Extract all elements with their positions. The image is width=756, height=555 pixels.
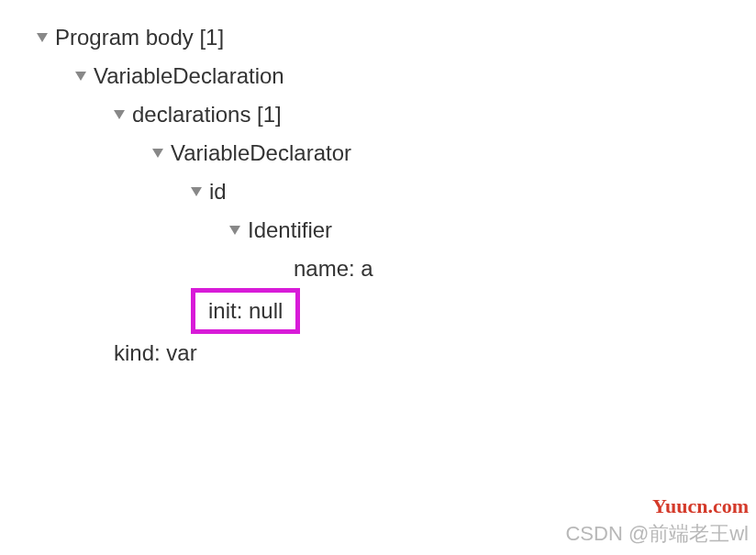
- node-label: Identifier: [248, 217, 332, 243]
- node-label: id: [209, 179, 227, 205]
- tree-children: VariableDeclaration declarations [1] Var…: [75, 57, 719, 372]
- tree-node-init[interactable]: init: null: [191, 288, 719, 334]
- tree-node-name[interactable]: name: a: [294, 250, 719, 288]
- node-label: VariableDeclaration: [94, 63, 284, 89]
- node-label: VariableDeclarator: [171, 140, 351, 166]
- tree-children: VariableDeclarator id Identifier name: a: [152, 134, 719, 334]
- tree-children: id Identifier name: a init:: [191, 172, 719, 334]
- chevron-down-icon[interactable]: [114, 110, 125, 119]
- node-label: kind: var: [114, 340, 197, 366]
- tree-node-identifier[interactable]: Identifier: [229, 211, 719, 250]
- tree-node-kind[interactable]: kind: var: [114, 334, 719, 372]
- tree-node-id[interactable]: id: [191, 172, 719, 211]
- watermark-yuucn: Yuucn.com: [652, 494, 749, 518]
- highlight-box: init: null: [191, 288, 300, 334]
- watermark-csdn: CSDN @前端老王wl: [565, 520, 749, 548]
- node-label: init: null: [208, 298, 283, 324]
- chevron-down-icon[interactable]: [152, 149, 163, 158]
- node-label: name: a: [294, 256, 373, 282]
- tree-node-program[interactable]: Program body [1]: [37, 18, 719, 57]
- chevron-down-icon[interactable]: [37, 33, 48, 42]
- node-label: declarations [1]: [132, 102, 282, 128]
- tree-children: name: a: [268, 250, 719, 288]
- tree-children: Identifier name: a: [229, 211, 719, 288]
- chevron-down-icon[interactable]: [229, 226, 240, 235]
- tree-node-variabledeclarator[interactable]: VariableDeclarator: [152, 134, 719, 172]
- node-label: Program body [1]: [55, 25, 224, 50]
- tree-children: declarations [1] VariableDeclarator id I…: [114, 95, 719, 372]
- chevron-down-icon[interactable]: [191, 187, 202, 196]
- tree-node-declarations[interactable]: declarations [1]: [114, 95, 719, 134]
- chevron-down-icon[interactable]: [75, 72, 86, 81]
- tree-node-variabledeclaration[interactable]: VariableDeclaration: [75, 57, 719, 95]
